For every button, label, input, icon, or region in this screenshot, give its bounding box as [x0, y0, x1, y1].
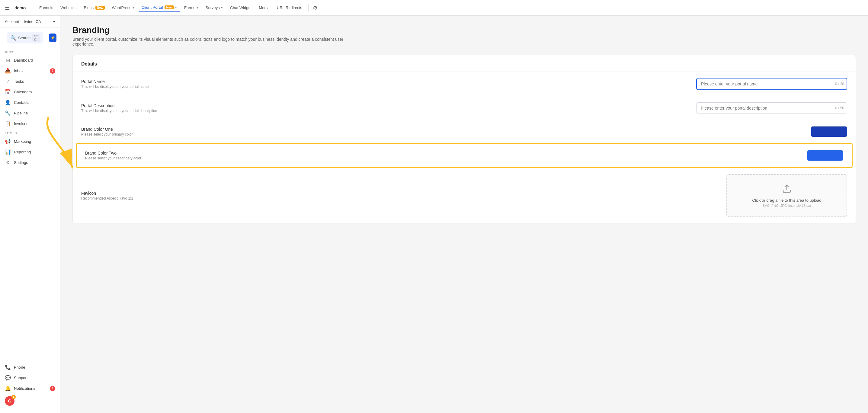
inbox-badge: 2 [50, 68, 55, 74]
search-shortcut: ctrl K [32, 34, 40, 42]
portal-name-control: 0 / 20 [696, 78, 847, 90]
contacts-icon: 👤 [5, 100, 11, 105]
nav-wordpress[interactable]: WordPress ▾ [109, 4, 137, 12]
search-label: Search [18, 36, 30, 40]
tools-section-label: Tools [0, 129, 60, 136]
portal-desc-control: 0 / 50 [696, 102, 847, 114]
nav-websites[interactable]: Websites [57, 4, 80, 12]
details-title: Details [73, 55, 856, 71]
nav-divider [308, 4, 309, 11]
main-content: Branding Brand your client portal, custo… [60, 16, 868, 413]
portal-desc-hint: This will be displayed on your portal de… [81, 109, 690, 113]
profile-row[interactable]: G 4 [0, 394, 60, 408]
marketing-icon: 📢 [5, 138, 11, 144]
favicon-label: Favicon [81, 191, 690, 196]
sidebar-item-phone[interactable]: 📞 Phone [0, 362, 60, 373]
sidebar-item-reporting[interactable]: 📊 Reporting [0, 147, 60, 157]
notifications-badge: 4 [50, 386, 55, 391]
brand-color-one-label-col: Brand Color One Please select your prima… [81, 127, 690, 136]
nav-settings-gear-icon[interactable]: ⚙ [313, 4, 318, 11]
nav-blogs[interactable]: Blogs New [81, 4, 107, 12]
calendars-icon: 📅 [5, 89, 11, 95]
client-portal-new-badge: New [164, 5, 174, 9]
upload-icon [736, 184, 838, 196]
page-title: Branding [72, 25, 856, 35]
portal-name-label-col: Portal Name This will be displayed on yo… [81, 79, 690, 89]
pipeline-icon: 🔧 [5, 110, 11, 116]
sidebar-item-pipeline[interactable]: 🔧 Pipeline [0, 108, 60, 118]
favicon-upload-col: Click or drag a file to this area to upl… [696, 174, 847, 217]
sidebar-item-dashboard[interactable]: ⊞ Dashboard [0, 55, 60, 65]
inbox-icon: 📥 [5, 68, 11, 74]
quick-action-button[interactable]: ⚡ [49, 33, 57, 42]
sidebar-item-marketing[interactable]: 📢 Marketing [0, 136, 60, 147]
favicon-upload-area[interactable]: Click or drag a file to this area to upl… [726, 174, 847, 217]
sidebar-item-inbox[interactable]: 📥 Inbox 2 [0, 65, 60, 76]
sidebar-item-contacts[interactable]: 👤 Contacts [0, 97, 60, 108]
upload-subtext: SVG, PNG, JPG (max 16×16 px) [736, 204, 838, 208]
search-button[interactable]: 🔍 Search ctrl K [7, 32, 43, 43]
brand-color-two-hint: Please select your secondary color [85, 156, 686, 160]
brand-color-one-label: Brand Color One [81, 127, 690, 132]
brand-color-two-highlighted-wrapper: Brand Color Two Please select your secon… [73, 143, 856, 168]
sidebar-item-support[interactable]: 💬 Support [0, 373, 60, 383]
account-selector[interactable]: Account -- Irvine, CA ▾ [0, 16, 60, 28]
portal-desc-label: Portal Description [81, 103, 690, 108]
brand-color-two-label: Brand Color Two [85, 151, 686, 156]
sidebar-item-invoices[interactable]: 📋 Invoices [0, 118, 60, 129]
favicon-label-col: Favicon Recommended Aspect Ratio 1:1 [81, 191, 690, 200]
brand-color-one-control [696, 126, 847, 137]
sidebar-item-calendars[interactable]: 📅 Calendars [0, 87, 60, 97]
apps-section-label: Apps [0, 48, 60, 55]
portal-description-row: Portal Description This will be displaye… [73, 96, 856, 120]
portal-name-row: Portal Name This will be displayed on yo… [73, 71, 856, 96]
brand-color-two-row: Brand Color Two Please select your secon… [76, 143, 852, 168]
client-portal-chevron-icon: ▾ [175, 5, 177, 9]
invoices-icon: 📋 [5, 121, 11, 127]
portal-name-input-wrapper: 0 / 20 [696, 78, 847, 90]
portal-name-counter: 0 / 20 [835, 82, 844, 86]
tasks-icon: ✓ [5, 78, 11, 84]
account-chevron-icon: ▾ [53, 19, 55, 24]
favicon-row: Favicon Recommended Aspect Ratio 1:1 Cli… [73, 168, 856, 223]
app-logo: demo [14, 5, 33, 10]
brand-color-two-swatch[interactable] [807, 150, 843, 161]
sidebar-item-tasks[interactable]: ✓ Tasks [0, 76, 60, 87]
search-icon: 🔍 [10, 35, 16, 41]
portal-name-label: Portal Name [81, 79, 690, 84]
sidebar-search-row: 🔍 Search ctrl K ⚡ [0, 28, 60, 48]
wordpress-chevron-icon: ▾ [132, 6, 134, 10]
sidebar-item-settings[interactable]: ⚙ Settings [0, 157, 60, 168]
nav-chat-widget[interactable]: Chat Widget [227, 4, 255, 12]
nav-url-redirects[interactable]: URL Redirects [274, 4, 305, 12]
sidebar-item-notifications[interactable]: 🔔 Notifications 4 [0, 383, 60, 394]
portal-name-input[interactable] [696, 78, 847, 90]
settings-icon: ⚙ [5, 160, 11, 165]
main-layout: Account -- Irvine, CA ▾ 🔍 Search ctrl K … [0, 16, 868, 413]
surveys-chevron-icon: ▾ [221, 6, 223, 10]
hamburger-icon[interactable]: ☰ [5, 4, 10, 11]
profile-badge: 4 [11, 395, 16, 399]
details-section: Details Portal Name This will be display… [72, 55, 856, 223]
nav-client-portal[interactable]: Client Portal New ▾ [138, 3, 180, 12]
page-subtitle: Brand your client portal, customize its … [72, 37, 344, 46]
top-navigation: ☰ demo Funnels Websites Blogs New WordPr… [0, 0, 868, 16]
phone-icon: 📞 [5, 364, 11, 370]
blogs-new-badge: New [95, 6, 105, 10]
nav-surveys[interactable]: Surveys ▾ [203, 4, 226, 12]
brand-color-one-hint: Please select your primary color [81, 132, 690, 136]
sidebar: Account -- Irvine, CA ▾ 🔍 Search ctrl K … [0, 16, 60, 413]
avatar: G 4 [5, 396, 14, 406]
forms-chevron-icon: ▾ [196, 6, 198, 10]
account-label: Account -- Irvine, CA [5, 19, 41, 24]
support-icon: 💬 [5, 375, 11, 381]
nav-forms[interactable]: Forms ▾ [181, 4, 202, 12]
reporting-icon: 📊 [5, 149, 11, 155]
nav-media[interactable]: Media [256, 4, 272, 12]
favicon-hint: Recommended Aspect Ratio 1:1 [81, 196, 690, 200]
portal-description-input[interactable] [696, 102, 847, 114]
portal-desc-counter: 0 / 50 [835, 106, 844, 110]
brand-color-one-swatch[interactable] [811, 126, 847, 137]
portal-desc-label-col: Portal Description This will be displaye… [81, 103, 690, 113]
nav-funnels[interactable]: Funnels [36, 4, 56, 12]
